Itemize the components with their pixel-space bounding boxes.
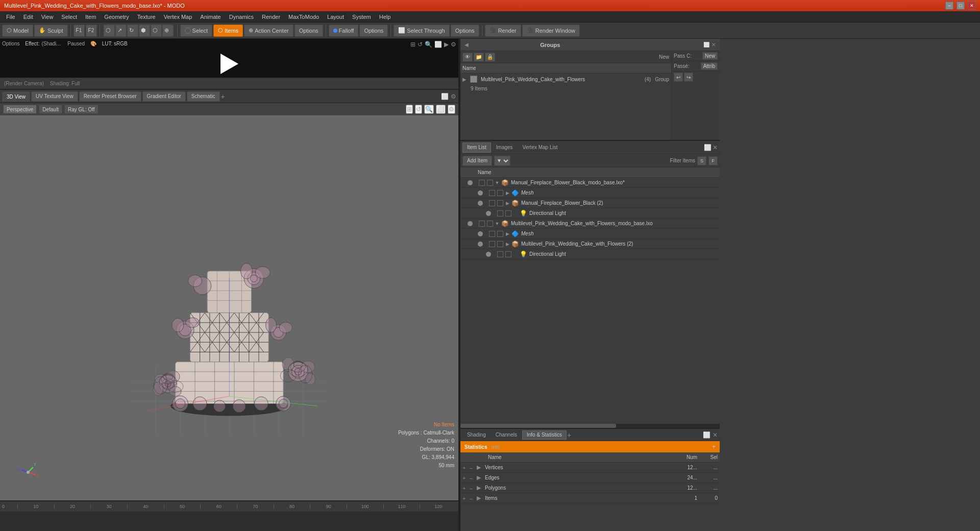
item-row-7[interactable]: ▶ 📦 Multilevel_Pink_Wedding_Cake_with_Fl… xyxy=(460,239,720,249)
add-viewport-tab-button[interactable]: + xyxy=(221,92,225,101)
stats-vertices-expand[interactable]: ▶ xyxy=(477,464,484,471)
tab-gradient-editor[interactable]: Gradient Editor xyxy=(142,91,186,102)
anim-icon-btn-6[interactable]: ⚙ xyxy=(451,41,456,48)
stats-polygons-expand[interactable]: ▶ xyxy=(477,485,484,491)
menu-render[interactable]: Render xyxy=(258,13,284,21)
stats-row-items[interactable]: + – ▶ Items 1 0 xyxy=(460,493,720,503)
row1-expand[interactable]: ▼ xyxy=(494,180,500,186)
row5-visibility[interactable] xyxy=(462,221,478,226)
action-options-button[interactable]: Options xyxy=(295,25,323,37)
ray-gl-button[interactable]: Ray GL: Off xyxy=(64,105,99,114)
item-row-5[interactable]: ▼ 📦 Multilevel_Pink_Wedding_Cake_with_Fl… xyxy=(460,219,720,229)
groups-lock-btn[interactable]: 🔒 xyxy=(485,53,495,62)
menu-view[interactable]: View xyxy=(37,13,58,21)
item-row-1[interactable]: ▼ 📦 Manual_Fireplace_Blower_Black_modo_b… xyxy=(460,178,720,188)
groups-new-btn[interactable]: New xyxy=(659,54,669,60)
render-window-button[interactable]: 🎥 Render Window xyxy=(522,25,580,37)
stats-close-icon[interactable]: ✕ xyxy=(713,431,718,439)
tool-icon-2[interactable]: ↗ xyxy=(115,25,127,37)
pass-new-button[interactable]: New xyxy=(702,52,718,60)
select-button[interactable]: Select xyxy=(180,25,213,37)
menu-system[interactable]: System xyxy=(348,13,375,21)
tab-info-statistics[interactable]: Info & Statistics xyxy=(522,430,567,440)
vp-expand-icon[interactable]: ⬜ xyxy=(441,93,449,100)
maximize-button[interactable]: □ xyxy=(957,2,965,10)
filter-f-button[interactable]: F xyxy=(708,156,718,165)
filter-s-button[interactable]: S xyxy=(697,156,706,165)
row4-visibility[interactable] xyxy=(481,211,496,216)
tab-channels[interactable]: Channels xyxy=(491,430,522,440)
add-item-dropdown[interactable]: ▼ xyxy=(494,156,510,166)
groups-row-main[interactable]: ▶ Multilevel_Pink_Wedding_Cake_with_Flow… xyxy=(460,74,671,85)
anim-icon-btn-3[interactable]: 🔍 xyxy=(425,41,432,48)
item-row-4[interactable]: ▶ 💡 Directional Light xyxy=(460,208,720,219)
row3-visibility[interactable] xyxy=(473,201,488,206)
menu-geometry[interactable]: Geometry xyxy=(100,13,133,21)
il-close-icon[interactable]: ✕ xyxy=(713,144,718,151)
items-button[interactable]: ⬡ Items xyxy=(213,25,243,37)
tab-3d-view[interactable]: 3D View xyxy=(2,91,30,102)
item-row-2[interactable]: ▶ 🔷 Mesh xyxy=(460,188,720,198)
menu-select[interactable]: Select xyxy=(57,13,81,21)
item-row-8[interactable]: ▶ 💡 Directional Light xyxy=(460,249,720,259)
stats-row-edges[interactable]: + – ▶ Edges 24... ... xyxy=(460,473,720,483)
3d-viewport[interactable]: Perspective Default Ray GL: Off ⊞ ↺ 🔍 ⬜ … xyxy=(0,103,458,500)
row7-visibility[interactable] xyxy=(473,242,488,247)
stats-row-polygons[interactable]: + – ▶ Polygons 12... ... xyxy=(460,483,720,493)
stats-add-btn[interactable]: + xyxy=(712,443,716,450)
menu-layout[interactable]: Layout xyxy=(323,13,348,21)
item-row-6[interactable]: ▶ 🔷 Mesh xyxy=(460,229,720,239)
tab-schematic[interactable]: Schematic xyxy=(187,91,220,102)
vp-icon-grid[interactable]: ⊞ xyxy=(406,105,413,114)
play-button[interactable] xyxy=(216,51,242,77)
vp-icon-settings[interactable]: ⚙ xyxy=(448,105,455,114)
vp-settings-icon[interactable]: ⚙ xyxy=(451,93,456,100)
tab-vertex-map[interactable]: Vertex Map List xyxy=(518,142,562,153)
select-through-button[interactable]: ⬜ Select Through xyxy=(394,25,449,37)
tab-images[interactable]: Images xyxy=(492,142,518,153)
info-inactive-label[interactable]: Info xyxy=(491,444,500,450)
timeline-track[interactable] xyxy=(0,512,458,531)
perspective-button[interactable]: Perspective xyxy=(3,105,37,114)
tool-icon-1[interactable]: ⬡ xyxy=(104,25,115,37)
il-expand-icon[interactable]: ⬜ xyxy=(704,144,712,151)
action-center-button[interactable]: ⊕ Action Center xyxy=(244,25,293,37)
stats-edges-add[interactable]: + xyxy=(462,475,470,481)
row1-visibility[interactable] xyxy=(462,180,478,185)
menu-file[interactable]: File xyxy=(2,13,19,21)
row6-visibility[interactable] xyxy=(473,231,488,236)
falloff-button[interactable]: Falloff xyxy=(329,25,359,37)
row2-expand[interactable]: ▶ xyxy=(504,190,510,196)
stats-items-expand[interactable]: ▶ xyxy=(477,495,484,501)
passthru-icon-btn-2[interactable]: ↪ xyxy=(684,73,693,82)
render-button[interactable]: 🎥 Render xyxy=(485,25,521,37)
passthru-icon-btn-1[interactable]: ↩ xyxy=(674,73,683,82)
pass-attrib-button[interactable]: Attrib xyxy=(701,62,718,70)
stats-edges-expand[interactable]: ▶ xyxy=(477,474,484,481)
item-list-scrollbar-thumb[interactable] xyxy=(460,424,616,428)
add-item-button[interactable]: Add Item xyxy=(462,156,492,166)
stats-row-vertices[interactable]: + – ▶ Vertices 12... ... xyxy=(460,463,720,473)
tab-item-list[interactable]: Item List xyxy=(462,142,491,153)
default-shading-button[interactable]: Default xyxy=(39,105,62,114)
tool-icon-5[interactable]: ⬡ xyxy=(151,25,162,37)
tab-uv-texture[interactable]: UV Texture View xyxy=(31,91,78,102)
groups-panel-corner-left[interactable]: ◀ xyxy=(464,42,469,47)
groups-eye-btn[interactable]: 👁 xyxy=(462,53,473,62)
stats-vertices-minus[interactable]: – xyxy=(470,465,477,471)
tool-icon-4[interactable]: ⬢ xyxy=(139,25,150,37)
row5-expand[interactable]: ▼ xyxy=(494,221,500,227)
vp-icon-rotate[interactable]: ↺ xyxy=(415,105,422,114)
menu-help[interactable]: Help xyxy=(375,13,395,21)
stats-add-tab-btn[interactable]: + xyxy=(567,431,571,439)
stats-polygons-add[interactable]: + xyxy=(462,485,470,491)
row3-expand[interactable]: ▶ xyxy=(504,200,510,206)
vp-icon-zoom[interactable]: 🔍 xyxy=(424,105,434,114)
sculpt-mode-button[interactable]: ✋ Sculpt xyxy=(34,25,68,37)
menu-texture[interactable]: Texture xyxy=(133,13,160,21)
close-button[interactable]: ✕ xyxy=(968,2,976,10)
tool-icon-3[interactable]: ↻ xyxy=(127,25,138,37)
menu-dynamics[interactable]: Dynamics xyxy=(225,13,258,21)
item-list-hscrollbar[interactable] xyxy=(460,424,720,428)
stats-items-minus[interactable]: – xyxy=(470,495,477,501)
